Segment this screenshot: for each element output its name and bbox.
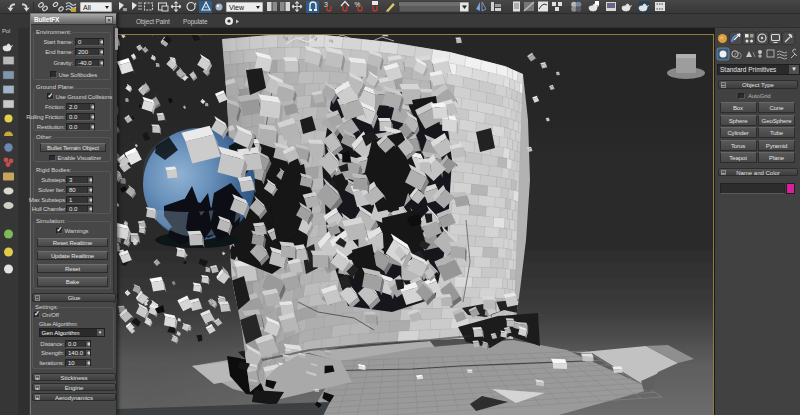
svg-text:View: View [229,4,245,11]
